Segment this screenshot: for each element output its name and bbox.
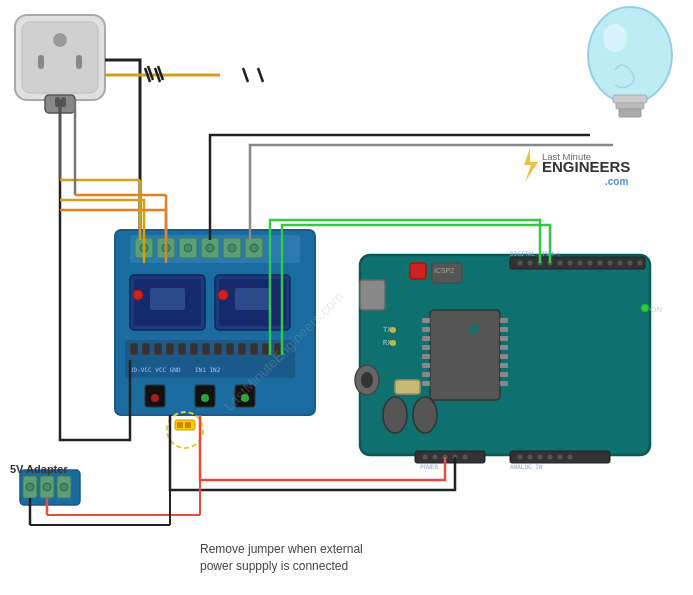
svg-point-31	[184, 244, 192, 252]
svg-point-131	[463, 455, 468, 460]
svg-rect-83	[422, 363, 430, 368]
svg-rect-81	[422, 345, 430, 350]
svg-point-104	[518, 261, 523, 266]
svg-point-33	[228, 244, 236, 252]
svg-rect-4	[38, 55, 44, 69]
svg-rect-47	[154, 343, 162, 355]
svg-point-147	[43, 483, 51, 491]
svg-rect-51	[202, 343, 210, 355]
svg-point-97	[641, 304, 649, 312]
svg-point-110	[578, 261, 583, 266]
svg-point-146	[26, 483, 34, 491]
svg-text:ICSP2: ICSP2	[434, 267, 454, 274]
svg-rect-2	[22, 22, 98, 93]
svg-text:.com: .com	[605, 176, 628, 187]
svg-point-10	[603, 24, 627, 52]
svg-rect-69	[185, 422, 191, 428]
svg-rect-45	[130, 343, 138, 355]
svg-rect-68	[177, 422, 183, 428]
svg-rect-88	[500, 336, 508, 341]
svg-point-134	[413, 397, 437, 433]
svg-text:ON: ON	[650, 305, 662, 314]
svg-point-64	[201, 394, 209, 402]
svg-point-115	[628, 261, 633, 266]
main-container: JD-VCC VCC GND IN1 IN2 ICSP2	[0, 0, 693, 595]
svg-text:⊕: ⊕	[468, 321, 480, 337]
svg-point-3	[53, 33, 67, 47]
svg-rect-11	[613, 95, 647, 103]
svg-rect-91	[500, 363, 508, 368]
svg-point-63	[151, 394, 159, 402]
svg-rect-80	[422, 336, 430, 341]
svg-rect-46	[142, 343, 150, 355]
svg-rect-50	[190, 343, 198, 355]
svg-point-133	[383, 397, 407, 433]
svg-rect-54	[238, 343, 246, 355]
svg-point-116	[638, 261, 643, 266]
svg-rect-53	[226, 343, 234, 355]
svg-rect-86	[500, 318, 508, 323]
svg-point-108	[558, 261, 563, 266]
svg-point-42	[218, 290, 228, 300]
svg-rect-8	[61, 97, 66, 107]
svg-rect-85	[422, 381, 430, 386]
bottom-note: Remove jumper when external power supppl…	[200, 541, 363, 575]
svg-rect-87	[500, 327, 508, 332]
svg-point-121	[538, 455, 543, 460]
svg-point-105	[528, 261, 533, 266]
svg-point-120	[528, 455, 533, 460]
svg-text:IN1 IN2: IN1 IN2	[195, 366, 221, 373]
svg-point-34	[250, 244, 258, 252]
svg-rect-49	[178, 343, 186, 355]
note-line1: Remove jumper when external	[200, 542, 363, 556]
svg-rect-93	[500, 381, 508, 386]
svg-rect-79	[422, 327, 430, 332]
svg-rect-48	[166, 343, 174, 355]
svg-rect-74	[410, 263, 426, 279]
svg-rect-77	[430, 310, 500, 400]
svg-point-122	[548, 455, 553, 460]
svg-text:POWER: POWER	[420, 463, 438, 470]
svg-rect-5	[76, 55, 82, 69]
svg-text:UNO: UNO	[510, 303, 563, 330]
svg-point-128	[433, 455, 438, 460]
svg-text:JD-VCC VCC GND: JD-VCC VCC GND	[130, 366, 181, 373]
svg-rect-92	[500, 372, 508, 377]
svg-point-102	[390, 340, 396, 346]
svg-point-112	[598, 261, 603, 266]
svg-point-114	[618, 261, 623, 266]
svg-text:ANALOG IN: ANALOG IN	[510, 463, 543, 470]
svg-point-148	[60, 483, 68, 491]
svg-rect-82	[422, 354, 430, 359]
svg-rect-12	[616, 103, 644, 109]
svg-point-111	[588, 261, 593, 266]
svg-point-113	[608, 261, 613, 266]
svg-point-32	[206, 244, 214, 252]
svg-rect-41	[235, 288, 270, 310]
svg-rect-52	[214, 343, 222, 355]
svg-point-119	[518, 455, 523, 460]
svg-rect-78	[422, 318, 430, 323]
svg-text:DIGITAL (PWM~): DIGITAL (PWM~)	[510, 250, 561, 257]
svg-text:ENGINEERS: ENGINEERS	[542, 158, 630, 175]
svg-point-127	[423, 455, 428, 460]
adapter-label: 5V Adapter	[10, 463, 68, 475]
circuit-diagram: JD-VCC VCC GND IN1 IN2 ICSP2	[0, 0, 693, 595]
svg-point-9	[588, 7, 672, 103]
svg-point-124	[568, 455, 573, 460]
svg-rect-71	[360, 280, 385, 310]
svg-rect-135	[395, 380, 420, 394]
svg-rect-90	[500, 354, 508, 359]
svg-rect-13	[619, 109, 641, 117]
svg-rect-84	[422, 372, 430, 377]
svg-rect-89	[500, 345, 508, 350]
svg-point-38	[133, 290, 143, 300]
svg-rect-37	[150, 288, 185, 310]
svg-point-73	[361, 372, 373, 388]
svg-point-123	[558, 455, 563, 460]
svg-rect-55	[250, 343, 258, 355]
svg-point-100	[390, 327, 396, 333]
svg-point-109	[568, 261, 573, 266]
note-line2: power suppply is connected	[200, 559, 348, 573]
